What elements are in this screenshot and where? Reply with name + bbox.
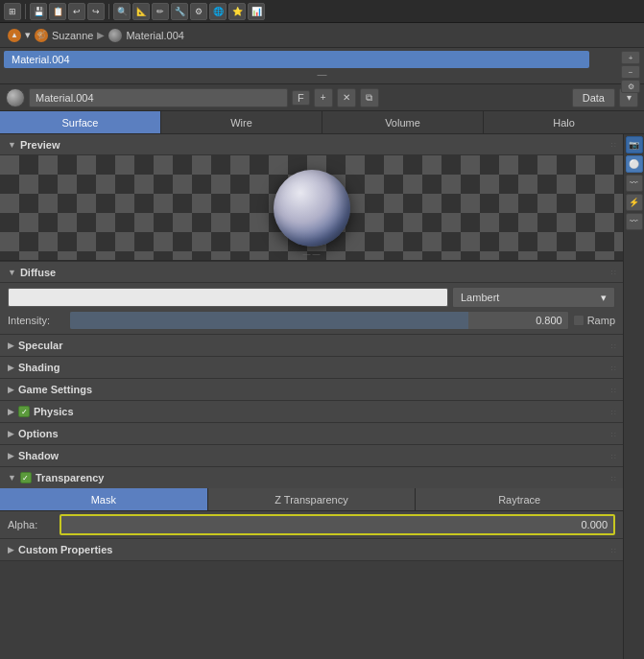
shading-drag: :: <box>611 364 617 372</box>
right-sidebar: 📷 ⚪ 〰 ⚡ 〰 <box>623 134 644 659</box>
top-toolbar: ⊞ 💾 📋 ↩ ↪ 🔍 📐 ✏ 🔧 ⚙ 🌐 ⭐ 📊 <box>0 0 644 23</box>
toolbar-icon-grid[interactable]: ⊞ <box>4 3 21 20</box>
shadow-drag: :: <box>611 452 617 460</box>
physics-checkbox[interactable]: ✓ <box>18 406 30 417</box>
toolbar-icon-chart[interactable]: 📊 <box>248 3 265 20</box>
sub-tab-mask[interactable]: Mask <box>0 488 208 510</box>
toolbar-icon-star[interactable]: ⭐ <box>228 3 246 20</box>
toolbar-icon-globe[interactable]: 🌐 <box>209 3 227 20</box>
transparency-header[interactable]: ▼ ✓ Transparency :: <box>0 467 623 488</box>
data-button[interactable]: Data <box>572 88 615 107</box>
x-icon[interactable]: ✕ <box>337 88 356 107</box>
custom-properties-header[interactable]: ▶ Custom Properties :: <box>0 539 623 560</box>
transparency-title: Transparency <box>36 472 105 483</box>
tab-volume[interactable]: Volume <box>322 111 484 133</box>
shader-dropdown-icon: ▾ <box>601 292 607 304</box>
specular-drag: :: <box>611 341 617 350</box>
specular-header[interactable]: ▶ Specular :: <box>0 335 623 356</box>
diffuse-title: Diffuse <box>20 267 56 278</box>
sidebar-material-icon[interactable]: ⚪ <box>626 155 643 173</box>
shadow-title: Shadow <box>18 450 59 461</box>
app-window: ⊞ 💾 📋 ↩ ↪ 🔍 📐 ✏ 🔧 ⚙ 🌐 ⭐ 📊 ▲ ▾ 🐒 Suzanne … <box>0 0 644 659</box>
toolbar-icon-edit[interactable]: ✏ <box>152 3 169 20</box>
intensity-label: Intensity: <box>8 315 65 326</box>
shadow-section: ▶ Shadow :: <box>0 445 623 467</box>
tab-wire[interactable]: Wire <box>161 111 322 133</box>
transparency-checkbox[interactable]: ✓ <box>20 472 32 483</box>
diffuse-drag-handle: :: <box>611 268 617 276</box>
game-settings-title: Game Settings <box>18 384 92 395</box>
transparency-section: ▼ ✓ Transparency :: Mask Z Transparency … <box>0 467 623 539</box>
material-list-item[interactable]: Material.004 <box>4 51 589 68</box>
diffuse-color-row: Lambert ▾ <box>8 287 615 308</box>
alpha-row: Alpha: 0.000 <box>0 511 623 538</box>
list-remove-btn[interactable]: − <box>621 65 640 79</box>
tab-halo[interactable]: Halo <box>484 111 644 133</box>
toolbar-icon-copy[interactable]: 📋 <box>49 3 66 20</box>
material-list-panel: Material.004 — + − ⚙ <box>0 48 644 84</box>
shading-header[interactable]: ▶ Shading :: <box>0 357 623 378</box>
diffuse-color-strip[interactable] <box>8 288 448 307</box>
toolbar-icon-save[interactable]: 💾 <box>30 3 47 20</box>
sidebar-render-icon[interactable]: 📷 <box>626 136 643 153</box>
shader-select[interactable]: Lambert ▾ <box>452 287 615 308</box>
transparency-drag: :: <box>611 474 617 482</box>
options-title: Options <box>18 428 59 439</box>
toolbar-icon-wrench[interactable]: 🔧 <box>171 3 188 20</box>
breadcrumb-material[interactable]: Material.004 <box>126 30 184 41</box>
sub-tab-z-transparency[interactable]: Z Transparency <box>208 488 417 510</box>
shading-section: ▶ Shading :: <box>0 357 623 379</box>
preview-area: — — <box>0 155 623 261</box>
toolbar-sep-1 <box>25 4 26 19</box>
toolbar-icon-settings[interactable]: ⚙ <box>190 3 207 20</box>
physics-drag: :: <box>611 408 617 416</box>
scrollable-properties[interactable]: ▼ Preview :: — — ▼ Diffuse :: <box>0 134 623 659</box>
tab-bar: Surface Wire Volume Halo <box>0 111 644 134</box>
game-settings-section: ▶ Game Settings :: <box>0 379 623 401</box>
list-settings-btn[interactable]: ⚙ <box>621 80 640 93</box>
toolbar-icon-measure[interactable]: 📐 <box>132 3 150 20</box>
alpha-value: 0.000 <box>581 519 608 530</box>
diffuse-section: ▼ Diffuse :: Lambert ▾ Intensity: <box>0 262 623 335</box>
material-name-input[interactable] <box>29 88 288 107</box>
sidebar-texture-icon[interactable]: 〰 <box>626 175 643 192</box>
toolbar-icon-undo[interactable]: ↩ <box>68 3 85 20</box>
list-add-btn[interactable]: + <box>621 51 640 64</box>
diffuse-header[interactable]: ▼ Diffuse :: <box>0 262 623 283</box>
preview-resize-handle[interactable]: — — <box>302 249 320 258</box>
sidebar-particles-icon[interactable]: ⚡ <box>626 194 643 211</box>
custom-props-drag: :: <box>611 546 617 554</box>
toolbar-icon-redo[interactable]: ↪ <box>87 3 105 20</box>
ramp-label: Ramp <box>587 315 615 326</box>
breadcrumb-item-scene[interactable]: ▾ <box>25 29 31 41</box>
alpha-label: Alpha: <box>8 519 56 530</box>
physics-header[interactable]: ▶ ✓ Physics :: <box>0 401 623 422</box>
options-section: ▶ Options :: <box>0 423 623 445</box>
alpha-field[interactable]: 0.000 <box>60 514 615 535</box>
fake-user-badge[interactable]: F <box>292 90 310 106</box>
material-list-controls: + − ⚙ <box>621 51 640 93</box>
plus-icon[interactable]: + <box>314 88 333 107</box>
options-header[interactable]: ▶ Options :: <box>0 423 623 444</box>
intensity-row: Intensity: 0.800 Ramp <box>8 311 615 330</box>
intensity-field[interactable]: 0.800 <box>69 311 569 330</box>
tab-surface[interactable]: Surface <box>0 111 161 133</box>
copy-icon[interactable]: ⧉ <box>360 88 379 107</box>
material-sphere-icon <box>6 88 25 107</box>
transparency-sub-tabs: Mask Z Transparency Raytrace <box>0 488 623 511</box>
ramp-checkbox[interactable] <box>573 315 584 326</box>
toolbar-icon-search[interactable]: 🔍 <box>113 3 131 20</box>
specular-triangle: ▶ <box>8 341 14 350</box>
breadcrumb-suzanne[interactable]: Suzanne <box>52 30 93 41</box>
intensity-value: 0.800 <box>536 315 562 326</box>
options-drag: :: <box>611 430 617 438</box>
breadcrumb-label-scene: ▾ <box>25 29 31 41</box>
preview-header[interactable]: ▼ Preview :: <box>0 134 623 155</box>
preview-sphere <box>274 170 350 247</box>
sub-tab-raytrace[interactable]: Raytrace <box>416 488 623 510</box>
shadow-header[interactable]: ▶ Shadow :: <box>0 445 623 466</box>
physics-title: Physics <box>34 406 74 417</box>
sidebar-physics-icon[interactable]: 〰 <box>626 213 643 230</box>
content-area: ▼ Preview :: — — ▼ Diffuse :: <box>0 134 644 659</box>
game-settings-header[interactable]: ▶ Game Settings :: <box>0 379 623 400</box>
